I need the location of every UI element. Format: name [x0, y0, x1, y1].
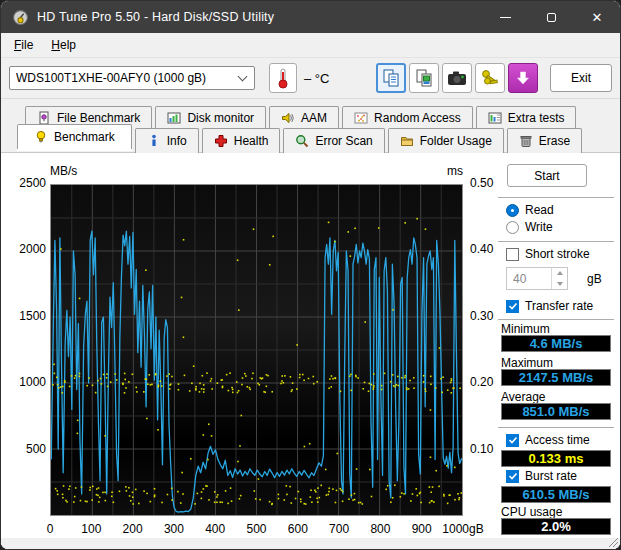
- burst-rate-label: Burst rate: [525, 469, 577, 483]
- minimize-icon: [500, 17, 511, 18]
- write-radio[interactable]: [506, 221, 519, 234]
- write-radio-row[interactable]: Write: [506, 220, 553, 234]
- read-label: Read: [525, 203, 554, 217]
- toolbar: WDS100T1XHE-00AFY0 (1000 gB) – °C: [1, 58, 620, 99]
- read-radio[interactable]: [506, 204, 519, 217]
- maximum-label: Maximum: [501, 356, 553, 370]
- minimize-button[interactable]: [482, 1, 528, 33]
- read-radio-row[interactable]: Read: [506, 203, 554, 217]
- copy-image-button[interactable]: [409, 63, 439, 93]
- copy-text-icon: [381, 68, 401, 88]
- tab-label: File Benchmark: [57, 111, 140, 125]
- y-left-axis-label: MB/s: [50, 164, 77, 178]
- download-results-button[interactable]: [508, 63, 538, 93]
- resize-grip[interactable]: [609, 538, 618, 547]
- start-button[interactable]: Start: [507, 164, 587, 187]
- tab-error-scan[interactable]: Error Scan: [283, 128, 384, 153]
- cpu-usage-value: 2.0%: [501, 518, 611, 535]
- disk-monitor-icon: [167, 111, 181, 125]
- speaker-icon: [281, 111, 295, 125]
- menu-file[interactable]: File: [5, 34, 42, 56]
- burst-rate-row[interactable]: Burst rate: [506, 469, 577, 483]
- drive-select-value: WDS100T1XHE-00AFY0 (1000 gB): [16, 71, 239, 85]
- exit-button[interactable]: Exit: [550, 64, 612, 92]
- tab-aam[interactable]: AAM: [269, 106, 339, 128]
- tab-label: Health: [234, 134, 269, 148]
- tab-info[interactable]: Info: [135, 128, 199, 153]
- y-left-tick: 1500: [6, 309, 46, 323]
- separator: [498, 427, 614, 428]
- tab-label: Info: [167, 134, 187, 148]
- triangle-up-icon: [557, 271, 563, 275]
- stepper-up-button[interactable]: [552, 268, 567, 279]
- stepper-down-button[interactable]: [552, 279, 567, 290]
- transfer-rate-label: Transfer rate: [525, 299, 593, 313]
- extra-tests-icon: [488, 111, 502, 125]
- tab-extra-tests[interactable]: Extra tests: [476, 106, 577, 128]
- tab-random-access[interactable]: Random Access: [342, 106, 473, 128]
- tab-label: Extra tests: [508, 111, 565, 125]
- tab-disk-monitor[interactable]: Disk monitor: [155, 106, 266, 128]
- short-stroke-size-value: 40: [507, 268, 551, 289]
- y-left-tick: 2000: [6, 242, 46, 256]
- tab-label: Benchmark: [54, 130, 115, 144]
- tab-folder-usage[interactable]: Folder Usage: [388, 128, 504, 153]
- check-icon: [508, 301, 518, 311]
- trash-icon: [519, 134, 533, 148]
- y-right-tick: 0.10: [470, 442, 493, 456]
- drive-select-dropdown[interactable]: WDS100T1XHE-00AFY0 (1000 gB): [9, 66, 255, 90]
- short-stroke-size-stepper[interactable]: 40: [506, 267, 568, 290]
- tab-label: AAM: [301, 111, 327, 125]
- minimum-label: Minimum: [501, 322, 550, 336]
- access-time-row[interactable]: Access time: [506, 433, 590, 447]
- tab-health[interactable]: Health: [202, 128, 281, 153]
- tab-label: Random Access: [374, 111, 461, 125]
- chevron-down-icon: [238, 72, 248, 82]
- tab-benchmark[interactable]: Benchmark: [17, 124, 132, 149]
- separator: [498, 241, 614, 242]
- burst-rate-checkbox[interactable]: [506, 470, 519, 483]
- close-icon: ✕: [592, 11, 603, 24]
- keys-icon: [480, 68, 500, 88]
- y-left-tick: 500: [6, 442, 46, 456]
- screenshot-button[interactable]: [442, 63, 472, 93]
- benchmark-bulb-icon: [34, 130, 48, 144]
- tab-label: Folder Usage: [420, 134, 492, 148]
- x-axis-tick: 1000gB: [433, 522, 493, 536]
- short-stroke-label: Short stroke: [525, 247, 590, 261]
- menu-help[interactable]: Help: [42, 34, 85, 56]
- average-label: Average: [501, 390, 545, 404]
- access-time-value: 0.133 ms: [501, 450, 611, 467]
- info-icon: [147, 134, 161, 148]
- write-label: Write: [525, 220, 553, 234]
- tab-strip: File Benchmark Disk monitor AAM: [1, 99, 620, 153]
- thermometer-icon: [277, 67, 289, 89]
- camera-icon: [447, 70, 467, 86]
- temperature-value: – °C: [304, 71, 329, 86]
- hd-tune-window: HD Tune Pro 5.50 - Hard Disk/SSD Utility…: [0, 0, 621, 550]
- tab-label: Erase: [539, 134, 570, 148]
- benchmark-page: MB/s ms Start Read Write Short stroke 40: [1, 153, 620, 550]
- temperature-button[interactable]: [269, 63, 297, 93]
- menu-bar: File Help: [1, 33, 620, 58]
- title-bar: HD Tune Pro 5.50 - Hard Disk/SSD Utility…: [1, 1, 620, 33]
- tab-label: Error Scan: [315, 134, 372, 148]
- short-stroke-checkbox[interactable]: [506, 248, 519, 261]
- y-left-tick: 1000: [6, 375, 46, 389]
- transfer-rate-row[interactable]: Transfer rate: [506, 299, 593, 313]
- close-button[interactable]: ✕: [574, 1, 620, 33]
- triangle-down-icon: [557, 282, 563, 286]
- window-title: HD Tune Pro 5.50 - Hard Disk/SSD Utility: [37, 10, 274, 24]
- tab-erase[interactable]: Erase: [507, 128, 582, 153]
- transfer-rate-checkbox[interactable]: [506, 300, 519, 313]
- copy-text-button[interactable]: [376, 63, 406, 93]
- y-right-tick: 0.50: [470, 176, 493, 190]
- keys-button[interactable]: [475, 63, 505, 93]
- file-benchmark-icon: [37, 111, 51, 125]
- health-cross-icon: [214, 134, 228, 148]
- short-stroke-row[interactable]: Short stroke: [506, 247, 590, 261]
- window-bottom-edge: [1, 538, 620, 549]
- burst-rate-value: 610.5 MB/s: [501, 486, 611, 503]
- access-time-checkbox[interactable]: [506, 434, 519, 447]
- maximize-button[interactable]: [528, 1, 574, 33]
